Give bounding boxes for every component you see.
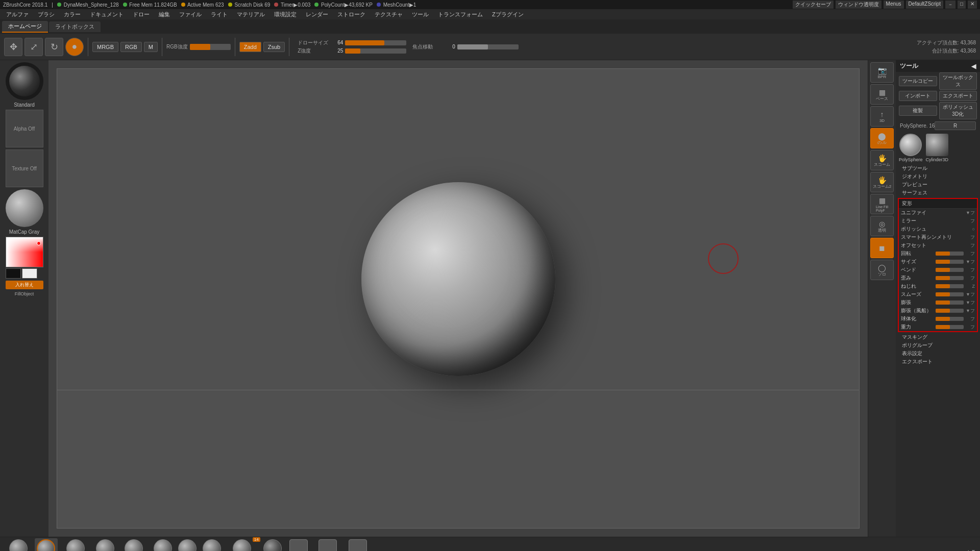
deform-inflate-balloon-slider[interactable]: [936, 309, 964, 313]
solo-btn[interactable]: ◯ ソロ: [870, 260, 894, 280]
menu-edit[interactable]: 編集: [155, 10, 174, 19]
deform-gravity[interactable]: 重力 フ: [899, 323, 977, 331]
deform-polish[interactable]: ポリッシュ ○: [899, 225, 977, 233]
deform-smooth-slider[interactable]: [936, 292, 964, 296]
deform-size[interactable]: サイズ ▼フ: [899, 258, 977, 266]
menu-texture[interactable]: テクスチャ: [371, 10, 407, 19]
m-btn[interactable]: M: [144, 42, 158, 52]
deform-twist[interactable]: ねじれ Z: [899, 282, 977, 290]
masking-section[interactable]: マスキング: [896, 333, 980, 341]
deform-rotate-slider[interactable]: [936, 252, 964, 256]
brush-move[interactable]: Move: [94, 538, 116, 552]
restore-btn[interactable]: □: [958, 1, 966, 9]
swap-btn[interactable]: 入れ替え: [6, 281, 43, 289]
import-btn[interactable]: インポート: [899, 91, 937, 101]
export-section[interactable]: エクスポート: [896, 358, 980, 366]
brush-transpose[interactable]: Transpose: [286, 538, 311, 552]
brush-trimdynamic[interactable]: TrimDynamic: [118, 538, 150, 552]
brush-standard[interactable]: Standard: [35, 538, 58, 552]
collapse-icon[interactable]: ◀: [971, 63, 976, 70]
tool-copy-btn[interactable]: ツールコピー: [899, 76, 937, 86]
menu-material[interactable]: マテリアル: [233, 10, 269, 19]
close-btn[interactable]: ✕: [968, 1, 977, 9]
menu-preferences[interactable]: 環境設定: [270, 10, 301, 19]
scale-tool-icon[interactable]: ⤢: [24, 38, 43, 56]
tab-home[interactable]: ホームページ: [2, 21, 48, 33]
hand-btn[interactable]: 🖐 スコーム: [870, 150, 894, 170]
transparent-btn[interactable]: ◎ 透明: [870, 216, 894, 236]
viewport[interactable]: [57, 68, 860, 529]
display-settings-section[interactable]: 表示設定: [896, 349, 980, 358]
default-zscript-btn[interactable]: DefaultZScript: [906, 1, 943, 9]
menu-stroke[interactable]: ストローク: [333, 10, 370, 19]
orange-btn[interactable]: ◼: [870, 238, 894, 258]
menu-tool[interactable]: ツール: [408, 10, 433, 19]
deform-mirror[interactable]: ミラー フ: [899, 217, 977, 225]
preview-section[interactable]: プレビュー: [896, 181, 980, 189]
gyuzu-btn[interactable]: ⬤ の-ル: [870, 128, 894, 148]
deform-smart-resym[interactable]: スマート再シンメトリ フ: [899, 233, 977, 241]
deform-unify[interactable]: ユニファイ ▼フ: [899, 209, 977, 217]
canvas-area[interactable]: [48, 60, 868, 537]
menu-zplugin[interactable]: Zプラグイン: [488, 10, 528, 19]
polyf-btn[interactable]: ▦ Line FillPolyF: [870, 194, 894, 214]
base-btn[interactable]: ▦ ベース: [870, 84, 894, 105]
brush-inflate[interactable]: Inflate: [201, 538, 223, 552]
rotate-tool-icon[interactable]: ↻: [45, 38, 63, 56]
brush-selectrect[interactable]: SelectRect: [345, 538, 371, 552]
deform-inflate-balloon[interactable]: 膨張（風船） ▼フ: [899, 307, 977, 315]
move-tool-icon[interactable]: ✥: [4, 38, 22, 56]
matcap-preview[interactable]: [6, 189, 43, 227]
window-transparency-btn[interactable]: ウィンドウ透明度: [836, 1, 881, 9]
r-btn[interactable]: R: [935, 121, 976, 130]
swatch-white[interactable]: [22, 268, 37, 279]
toolbox-btn[interactable]: ツールボックス: [939, 72, 977, 90]
deform-warp-slider[interactable]: [936, 276, 964, 280]
tab-lightbox[interactable]: ライトボックス: [49, 21, 101, 32]
deform-header[interactable]: 変形: [899, 199, 977, 209]
menu-light[interactable]: ライト: [207, 10, 232, 19]
subtool-section[interactable]: サブツール: [896, 164, 980, 172]
brush-paint[interactable]: Paint: [261, 538, 284, 552]
polymesh3d-btn[interactable]: ポリメッシュ3D化: [939, 102, 977, 119]
z-intensity-slider[interactable]: [345, 48, 406, 54]
3d-btn[interactable]: ↑ 3D: [870, 106, 894, 127]
polygroup-section[interactable]: ポリグループ: [896, 341, 980, 349]
deform-size-slider[interactable]: [936, 260, 964, 264]
hand2-btn[interactable]: 🖐 スコーム2: [870, 172, 894, 192]
draw-size-slider[interactable]: [345, 40, 406, 45]
brush-damstandard[interactable]: DamStandard: [60, 538, 92, 552]
menu-document[interactable]: ドキュメント: [86, 10, 128, 19]
brush-claybuildup[interactable]: ClayBuildup: [4, 538, 33, 552]
deform-smooth[interactable]: スムーズ ▼フ: [899, 290, 977, 298]
alpha-off-box[interactable]: Alpha Off: [6, 110, 43, 147]
deform-inflate[interactable]: 膨張 ▼フ: [899, 298, 977, 307]
focal-shift-slider[interactable]: [457, 44, 519, 49]
rgb-strength-slider[interactable]: [190, 44, 231, 50]
deform-bend[interactable]: ベンド フ: [899, 266, 977, 274]
quicksave-btn[interactable]: クイックセーブ: [793, 1, 834, 9]
brush-hpolish[interactable]: hPolish: [152, 538, 174, 552]
export-top-btn[interactable]: エクスポート: [939, 91, 977, 101]
deform-inflate-slider[interactable]: [936, 300, 964, 305]
texture-off-box[interactable]: Texture Off: [6, 149, 43, 187]
deform-warp[interactable]: 歪み フ: [899, 274, 977, 282]
menu-transform[interactable]: トランスフォーム: [434, 10, 487, 19]
menu-file[interactable]: ファイル: [175, 10, 206, 19]
deform-bend-slider[interactable]: [936, 268, 964, 272]
menus-btn[interactable]: Menus: [884, 1, 904, 9]
menu-brush[interactable]: ブラシ: [34, 10, 59, 19]
zsub-btn[interactable]: Zsub: [263, 42, 285, 52]
brush-tool-icon[interactable]: ●: [65, 38, 84, 56]
menu-color[interactable]: カラー: [60, 10, 85, 19]
menu-draw[interactable]: ドロー: [129, 10, 154, 19]
color-gradient[interactable]: [6, 237, 43, 267]
menu-alpha[interactable]: アルファ: [2, 10, 33, 19]
swatch-black[interactable]: [6, 268, 21, 279]
mrgb-btn[interactable]: MRGB: [92, 42, 118, 52]
deform-gravity-slider[interactable]: [936, 325, 964, 329]
brush-selectlasso[interactable]: SelectLasso: [313, 538, 342, 552]
cylinder3d-thumb[interactable]: Cylinder3D: [926, 134, 949, 162]
menu-render[interactable]: レンダー: [302, 10, 332, 19]
deform-offset[interactable]: オフセット フ: [899, 241, 977, 249]
